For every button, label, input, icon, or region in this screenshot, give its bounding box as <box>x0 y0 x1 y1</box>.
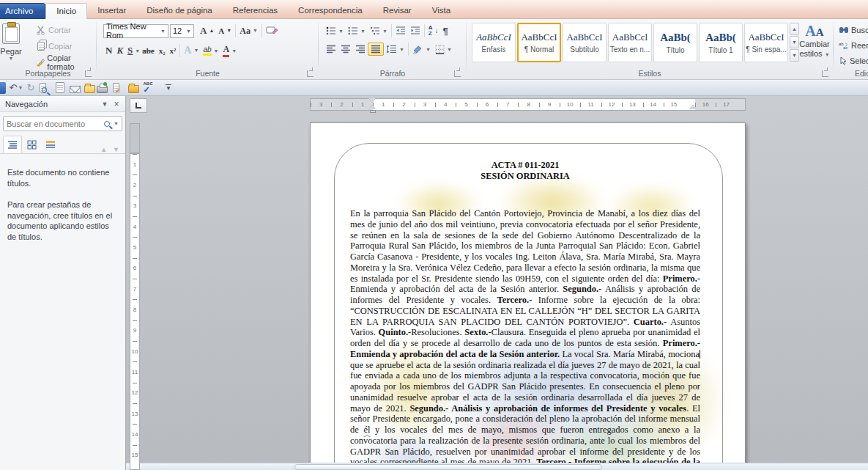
style-enfasis[interactable]: AaBbCcI Énfasis <box>472 23 516 62</box>
highlight-color-button[interactable]: ab▼ <box>201 44 220 57</box>
ruler-number: 12 <box>130 383 139 403</box>
open-button[interactable] <box>82 81 97 95</box>
save-icon[interactable] <box>0 82 6 94</box>
style-texto-en-negrita[interactable]: AaBbCcl Texto en n... <box>608 23 652 62</box>
align-right-button[interactable] <box>353 43 368 55</box>
clear-formatting-button[interactable] <box>264 24 280 37</box>
sort-button[interactable]: AZ↓ <box>426 23 441 38</box>
paragraph-dialog-launcher[interactable] <box>454 70 461 77</box>
tab-diseno-de-pagina[interactable]: Diseño de página <box>136 3 223 19</box>
styles-dialog-launcher[interactable] <box>822 70 828 77</box>
vertical-ruler[interactable]: 123456789101112131415 <box>130 153 140 470</box>
text-run: Segundo.- <box>563 284 601 294</box>
search-options-arrow[interactable]: ▼ <box>114 121 119 126</box>
underline-dropdown-arrow[interactable]: ▼ <box>135 48 140 54</box>
increase-indent-button[interactable] <box>408 25 423 37</box>
justify-button[interactable] <box>368 43 384 56</box>
line-spacing-button[interactable]: ▼ <box>384 43 407 55</box>
style-normal[interactable]: AaBbCcI ¶ Normal <box>517 23 561 62</box>
browse-pages-tab[interactable] <box>22 136 41 153</box>
line-spacing-icon <box>386 45 397 54</box>
browse-headings-tab[interactable] <box>3 136 22 153</box>
tab-correspondencia[interactable]: Correspondencia <box>288 3 373 19</box>
folder-button[interactable] <box>126 81 141 95</box>
navigation-pane-menu-arrow[interactable]: ▼ <box>99 98 111 110</box>
shading-button[interactable]: ▼ <box>410 43 433 56</box>
style-sin-espaciado[interactable]: AaBbCcI ¶ Sin espa... <box>744 23 788 62</box>
cut-label: Cortar <box>48 26 71 34</box>
tab-stop-selector[interactable] <box>130 98 147 113</box>
find-button[interactable]: Buscar <box>837 24 868 36</box>
group-label-clipboard: Portapapeles <box>0 69 96 78</box>
change-styles-button[interactable]: AA Cambiar estilos ▼ <box>798 23 831 59</box>
horizontal-scrollbar[interactable] <box>126 463 868 470</box>
font-size-combo[interactable]: 12▼ <box>170 24 194 38</box>
font-name-combo[interactable]: Times New Rom▼ <box>103 24 168 38</box>
print-preview-button[interactable] <box>38 81 53 95</box>
search-input[interactable] <box>7 120 104 128</box>
tab-revisar[interactable]: Revisar <box>373 3 422 19</box>
edit-document-button[interactable] <box>111 81 126 95</box>
document-body-text[interactable]: En la parroquia San Plácido del Cantón P… <box>350 208 700 470</box>
copy-button[interactable]: Copiar <box>34 39 96 54</box>
replace-button[interactable]: abac Reemplazar <box>837 40 868 51</box>
ruler-number: 9 <box>130 320 139 341</box>
superscript-button[interactable]: x² <box>168 45 179 56</box>
show-marks-button[interactable]: ¶ <box>441 24 450 38</box>
italic-button[interactable]: K <box>114 43 125 58</box>
bold-button[interactable]: N <box>103 43 114 58</box>
quick-access-toolbar: ↶▼ ↻ ABC✓ ▼ <box>0 80 868 96</box>
text-effects-button[interactable]: A▼ <box>182 43 201 58</box>
ruler-number: 14 <box>643 99 664 110</box>
browse-results-tab[interactable] <box>41 136 60 153</box>
redo-button[interactable]: ↻ <box>23 81 38 95</box>
style-titulo[interactable]: AaBb( Título <box>653 23 697 62</box>
right-indent-marker[interactable] <box>689 105 697 109</box>
next-heading-arrow[interactable]: ▼ <box>113 146 119 153</box>
style-titulo-1[interactable]: AaBb( Título 1 <box>699 23 743 62</box>
tab-insertar[interactable]: Insertar <box>87 3 136 19</box>
previous-heading-arrow[interactable]: ▲ <box>100 146 107 153</box>
strikethrough-button[interactable]: abe <box>140 45 157 56</box>
borders-button[interactable]: ▼ <box>433 43 454 56</box>
multilevel-list-button[interactable]: ▼ <box>368 25 390 37</box>
first-line-indent-marker[interactable] <box>368 98 376 103</box>
left-indent-marker[interactable] <box>370 110 376 113</box>
grow-font-button[interactable]: A▲ <box>198 23 216 38</box>
new-document-button[interactable] <box>53 81 67 95</box>
customize-qat-button[interactable]: ▼ <box>161 81 176 95</box>
email-button[interactable] <box>67 81 82 95</box>
cut-button[interactable]: Cortar <box>34 23 96 37</box>
quick-print-button[interactable] <box>97 81 111 95</box>
headings-list-icon <box>7 140 18 149</box>
change-case-button[interactable]: Aa▼ <box>237 24 260 38</box>
search-icon[interactable] <box>104 121 110 127</box>
underline-button[interactable]: S <box>125 43 135 58</box>
tab-archivo[interactable]: Archivo <box>0 3 45 19</box>
undo-button[interactable]: ↶▼ <box>9 81 23 95</box>
font-color-button[interactable]: A▼ <box>220 43 239 59</box>
tab-vista[interactable]: Vista <box>422 3 461 19</box>
paste-button[interactable]: Pegar ▼ <box>0 22 31 75</box>
tab-referencias[interactable]: Referencias <box>223 3 288 19</box>
style-subtitulo[interactable]: AaBbCcI Subtítulo <box>563 23 607 62</box>
decrease-indent-button[interactable] <box>393 25 408 37</box>
clipboard-dialog-launcher[interactable] <box>85 70 92 77</box>
ruler-number: 2 <box>130 175 139 195</box>
hanging-indent-marker[interactable] <box>368 105 376 109</box>
navigation-pane-close-icon[interactable]: × <box>111 98 122 110</box>
tab-inicio[interactable]: Inicio <box>45 3 87 19</box>
document-page[interactable]: ACTA # 011-2021 SESIÓN ORDINARIA En la p… <box>310 122 746 470</box>
document-search-box[interactable]: ▼ <box>3 116 122 131</box>
horizontal-scrollbar-thumb[interactable] <box>294 464 602 470</box>
align-center-button[interactable] <box>338 43 353 55</box>
bullets-button[interactable]: ▼ <box>324 25 346 37</box>
select-button[interactable]: Seleccionar ▼ <box>837 55 868 67</box>
paste-dropdown-arrow[interactable]: ▼ <box>9 56 14 61</box>
shrink-font-button[interactable]: A▼ <box>216 25 234 37</box>
font-dialog-launcher[interactable] <box>307 70 314 77</box>
spelling-grammar-button[interactable]: ABC✓ <box>141 81 155 95</box>
numbering-button[interactable]: ▼ <box>346 25 368 37</box>
align-left-button[interactable] <box>324 43 338 55</box>
subscript-button[interactable]: x₂ <box>157 45 168 56</box>
